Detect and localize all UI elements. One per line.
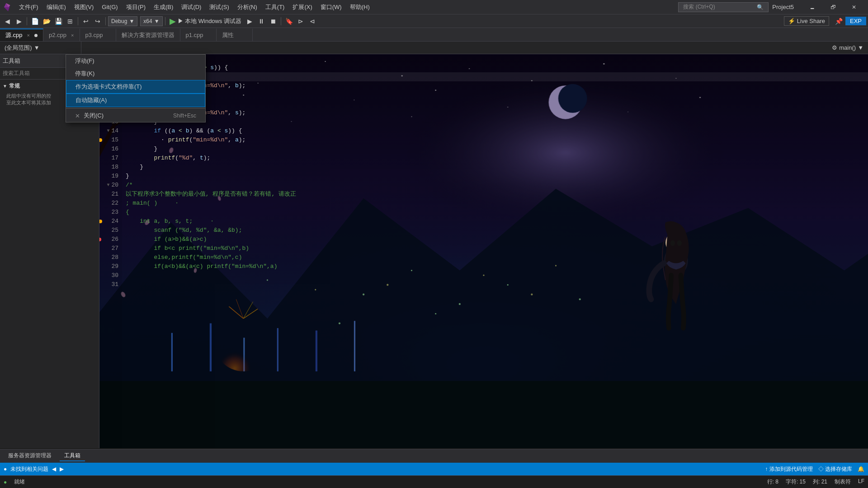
code-line-27: if b<c printf("min=%d\n",b) [126,244,868,253]
select-repo-button[interactable]: ◇ 选择存储库 [818,465,852,473]
code-line-31 [126,280,868,289]
line-number: ▼20 [99,181,122,190]
code-line-16: } [126,145,868,154]
tab-yuan-cpp[interactable]: 源.cpp × [0,28,43,41]
tab-close-yuan[interactable]: × [27,33,30,38]
scope-right-dropdown[interactable]: ⚙ main() ▼ [81,44,868,51]
scope-left-dropdown[interactable]: (全局范围) ▼ [0,42,81,54]
bell-icon[interactable]: 🔔 [858,466,864,472]
close-button[interactable]: ✕ [844,0,864,14]
menu-file[interactable]: 文件(F) [15,2,42,12]
gear-icon: ⚙ [832,44,837,51]
ctx-auto-hide[interactable]: 自动隐藏(A) [66,94,205,107]
menu-analyze[interactable]: 分析(N) [234,2,261,12]
toolbar: ◀ ▶ 📄 📂 💾 ⊞ ↩ ↪ Debug ▼ x64 ▼ ▶ ▶ 本地 Win… [0,14,868,28]
code-line-26: if (a>b)&&(a>c) [126,235,868,244]
line-number: 16 [99,145,122,154]
toolbar-save[interactable]: 💾 [53,16,64,27]
menu-edit[interactable]: 编辑(E) [43,2,70,12]
menu-help[interactable]: 帮助(H) [346,2,373,12]
global-search[interactable]: 搜索 (Ctrl+Q) 🔍 [678,2,769,12]
no-issues-text: 未找到相关问题 [10,465,48,473]
menu-test[interactable]: 测试(S) [206,2,232,12]
ctx-dock[interactable]: 停靠(K) [66,67,205,80]
line-number: 29 [99,262,122,271]
menu-window[interactable]: 窗口(W) [317,2,345,12]
toolbar-bookmark[interactable]: 🔖 [283,16,294,27]
ctx-close[interactable]: ✕ 关闭(C) Shift+Esc [66,109,205,122]
ready-text: 就绪 [14,478,25,486]
toolbar-save-all[interactable]: ⊞ [65,16,75,27]
code-line-7: if ((a > b) && (a > s)) { [126,63,868,72]
add-source-button[interactable]: ↑ 添加到源代码管理 [765,465,812,473]
platform-dropdown[interactable]: x64 ▼ [140,16,162,26]
toolbar-open[interactable]: 📂 [41,16,52,27]
line-number: ▼14 [99,127,122,136]
menu-project[interactable]: 项目(P) [123,2,149,12]
menu-build[interactable]: 生成(B) [150,2,177,12]
menu-extensions[interactable]: 扩展(X) [289,2,316,12]
line-number: 15 [99,136,122,145]
code-line-10: } [126,90,868,99]
menu-tools[interactable]: 工具(T) [262,2,288,12]
code-line-6 [126,54,868,63]
toolbar-pause[interactable]: ⏸ [256,16,267,27]
toolbar-new[interactable]: 📄 [29,16,40,27]
tab-p2-cpp[interactable]: p2.cpp × [43,28,80,41]
tab-p1-cpp[interactable]: p1.cpp [180,28,217,41]
code-line-20: /* [126,181,868,190]
line-number: 18 [99,163,122,172]
code-line-12: printf("min=%d\n", s); [126,108,868,117]
bottom-tab-toolbox[interactable]: 工具箱 [60,451,85,461]
menu-debug[interactable]: 调试(D) [178,2,205,12]
code-editor[interactable]: 6 ▼7 ▼8 9 10 ▼11 12 13 ▼14 15 16 17 18 1… [99,54,868,448]
line-number: 23 [99,208,122,217]
debug-config-dropdown[interactable]: Debug ▼ [108,16,137,26]
menu-git[interactable]: Git(G) [98,3,121,11]
toolbar-nav1[interactable]: ⊳ [295,16,306,27]
menu-view[interactable]: 视图(V) [71,2,97,12]
toolbar-sep-1 [27,17,27,25]
row-info: 行: 8 [767,478,778,486]
ctx-dock-tab[interactable]: 作为选项卡式文档停靠(T) [66,80,205,94]
ctx-float[interactable]: 浮动(F) [66,55,205,67]
main-area: 工具箱 ▼ 📌 ✕ 搜索工具箱 ▼ 常规 此组中没有可用的控 至此文本可将其添加… [0,54,868,448]
live-share-button[interactable]: ⚡ Live Share [784,16,829,26]
app-logo [4,3,13,12]
bottom-area: 服务器资源管理器 工具箱 ● 未找到相关问题 ◀ ▶ ↑ 添加到源代码管理 ◇ … [0,449,868,488]
tab-solution-explorer[interactable]: 解决方案资源管理器 [116,28,180,41]
exp-button[interactable]: EXP [845,17,866,25]
editor-area[interactable]: 6 ▼7 ▼8 9 10 ▼11 12 13 ▼14 15 16 17 18 1… [99,54,868,448]
toolbar-redo[interactable]: ↪ [92,16,103,27]
tab-close-p2[interactable]: × [71,33,74,38]
line-number: 30 [99,271,122,280]
status-bar: ● 未找到相关问题 ◀ ▶ ↑ 添加到源代码管理 ◇ 选择存储库 🔔 [0,463,868,475]
minimize-button[interactable]: 🗕 [802,0,823,14]
code-line-24: int a, b, s, t; · [126,217,868,226]
run-button[interactable]: ▶ ▶ 本地 Windows 调试器 [168,16,244,26]
line-number: 31 [99,280,122,289]
tab-properties[interactable]: 属性 [217,28,253,41]
line-number: 17 [99,154,122,163]
toolbar-stop[interactable]: ⏹ [268,16,278,27]
code-line-8: if (b < s) { [126,72,868,81]
toolbox-title: 工具箱 [3,57,65,65]
toolbar-back[interactable]: ◀ [2,16,13,27]
collapse-arrow-icon: ▼ [3,84,7,89]
encoding-info: LF [858,478,864,486]
restore-button[interactable]: 🗗 [823,0,844,14]
code-line-21: 以下程序求3个整数中的最小值, 程序是否有错？若有错, 请改正 [126,190,868,199]
toolbar-undo[interactable]: ↩ [80,16,91,27]
toolbar-nav2[interactable]: ⊲ [307,16,318,27]
line-number: 21 [99,190,122,199]
toolbar-run-extra[interactable]: ▶ [244,16,255,27]
code-content[interactable]: if ((a > b) && (a > s)) { if (b < s) { p… [122,54,868,448]
tab-p3-cpp[interactable]: p3.cpp [80,28,116,41]
toolbar-pin[interactable]: 📌 [834,16,844,27]
live-share-icon: ⚡ [788,18,795,24]
toolbar-forward[interactable]: ▶ [14,16,24,27]
tab-modified-dot [34,34,38,37]
bottom-tab-server-explorer[interactable]: 服务器资源管理器 [4,451,56,461]
line-number: 27 [99,244,122,253]
tab-bar: 源.cpp × p2.cpp × p3.cpp 解决方案资源管理器 p1.cpp… [0,28,868,42]
